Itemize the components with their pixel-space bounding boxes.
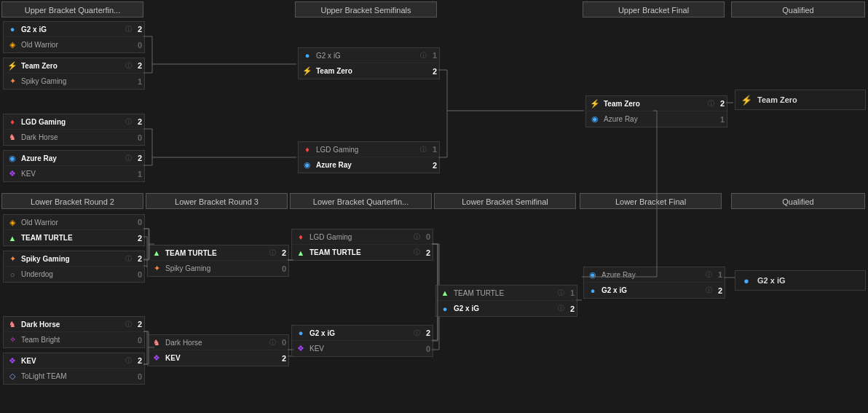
tn-ar-ubf: Azure Ray xyxy=(604,115,716,123)
lbr3-m2: ♞ Dark Horse ⓘ 0 ❖ KEV 2 xyxy=(147,334,289,366)
svg-lbsf-lbf xyxy=(576,284,582,300)
ubqf-m2: ⚡ Team Zero ⓘ 2 ✦ Spiky Gaming 1 xyxy=(3,58,145,90)
tn-spiky-lbr3m1: Spiky Gaming xyxy=(165,264,277,272)
lower-qual: ● G2 x iG xyxy=(735,270,866,291)
tn-tt-lbsf: TEAM TURTLE xyxy=(454,289,556,297)
tn-kev-lbr3m2: KEV xyxy=(165,354,277,362)
icon-dh-lbr3m2: ♞ xyxy=(150,336,163,349)
tn-spiky-lbr2m2: Spiky Gaming xyxy=(21,255,124,263)
tn-tz-ubf: Team Zero xyxy=(604,100,706,108)
header-lbr2: Lower Bracket Round 2 xyxy=(1,193,143,209)
svg-ub-to-lbf xyxy=(721,111,728,271)
tn-ar-sf2: Azure Ray xyxy=(316,161,428,169)
icon-kev-m4: ❖ xyxy=(6,168,19,181)
lbr2-m2: ✦ Spiky Gaming ⓘ 2 ○ Underdog 0 xyxy=(3,251,145,283)
tn-kev-lbqfm2: KEV xyxy=(309,345,422,353)
icon-ar-lbf: ◉ xyxy=(586,268,599,281)
icon-dh-lbr2m3: ♞ xyxy=(6,318,19,331)
icon-tz-ubf: ⚡ xyxy=(588,97,601,110)
tn-g2-lbf: G2 x iG xyxy=(601,286,704,294)
icon-tz-qual: ⚡ xyxy=(740,93,753,106)
icon-ow-lbr2m1: ◈ xyxy=(6,216,19,229)
tn-dh-lbr2m3: Dark Horse xyxy=(21,320,124,329)
icon-kev-lbr3m2: ❖ xyxy=(150,352,163,365)
icon-tt-lbsf: ▲ xyxy=(438,286,451,299)
tn-tz-m2: Team Zero xyxy=(21,62,124,70)
icon-lgd-sf2: ♦ xyxy=(301,143,314,156)
lower-qual-team: G2 x iG xyxy=(757,276,786,285)
tn-lgd-sf2: LGD Gaming xyxy=(316,146,419,154)
icon-lgd-m3: ♦ xyxy=(6,115,19,128)
icon-tt-lbr2m1: ▲ xyxy=(6,232,19,245)
tn-tt-lbr3m1: TEAM TURTLE xyxy=(165,249,268,257)
icon-g2-lbsf: ● xyxy=(438,302,451,315)
icon-ud-lbr2m2: ○ xyxy=(6,268,19,281)
tn-bright-lbr2m3: Team Bright xyxy=(21,336,133,344)
ubqf-m4: ◉ Azure Ray ⓘ 2 ❖ KEV 1 xyxy=(3,150,145,182)
tn-kev-m4: KEV xyxy=(21,170,133,178)
svg-lbf-qual xyxy=(724,277,735,278)
header-lbsf: Lower Bracket Semifinal xyxy=(434,193,576,209)
header-qual-upper2: Qualified xyxy=(731,1,865,17)
header-lbqf: Lower Bracket Quarterfin... xyxy=(290,193,432,209)
icon-kev-lbr2m4: ❖ xyxy=(6,354,19,367)
tn-lgd-lbqfm1: LGD Gaming xyxy=(309,233,412,241)
tn-ow-m1: Old Warrior xyxy=(21,41,133,49)
icon-ow-m1: ◈ xyxy=(6,39,19,52)
icon-tt-lbqfm1: ▲ xyxy=(294,246,307,259)
tn-g2-m1: G2 x iG xyxy=(21,25,124,34)
tn-spiky-m2: Spiky Gaming xyxy=(21,77,133,85)
svg-lbr2-lbr3-2 xyxy=(143,213,149,374)
lbr2-m4: ❖ KEV ⓘ 2 ◇ ToLight TEAM 0 xyxy=(3,353,145,385)
icon-spiky-lbr3m1: ✦ xyxy=(150,262,163,275)
header-qual-lower: Qualified xyxy=(731,193,865,209)
icon-g2-m1: ● xyxy=(6,23,19,36)
tn-kev-lbr2m4: KEV xyxy=(21,357,124,365)
icon-kev-lbqfm2: ❖ xyxy=(294,342,307,355)
icon-tz-m2: ⚡ xyxy=(6,59,19,72)
icon-ar-m4: ◉ xyxy=(6,152,19,165)
ubf-match2: ⚡ Team Zero ⓘ 2 ◉ Azure Ray 1 xyxy=(585,95,727,127)
header-lbf: Lower Bracket Final xyxy=(580,193,722,209)
tn-dh-m3: Dark Horse xyxy=(21,133,133,141)
icon-lgd-lbqfm1: ♦ xyxy=(294,230,307,243)
tn-g2-lbqfm2: G2 x iG xyxy=(309,329,412,337)
icon-tz-sf1: ⚡ xyxy=(301,65,314,78)
tn-tz-sf1: Team Zero xyxy=(316,67,428,75)
icon-bright-lbr2m3: ✧ xyxy=(6,334,19,347)
icon-dh-m3: ♞ xyxy=(6,131,19,144)
tn-dh-lbr3m2: Dark Horse xyxy=(165,339,268,347)
icon-spiky-m2: ✦ xyxy=(6,75,19,88)
tn-ar-lbf: Azure Ray xyxy=(601,271,704,279)
lbr3-m1: ▲ TEAM TURTLE ⓘ 2 ✦ Spiky Gaming 0 xyxy=(147,245,289,277)
svg-ubs-ubf xyxy=(438,47,584,174)
tn-ud-lbr2m2: Underdog xyxy=(21,270,133,278)
lbqf-m2: ● G2 x iG ⓘ 2 ❖ KEV 0 xyxy=(291,325,433,357)
header-ubf3: Upper Bracket Final xyxy=(583,1,725,17)
tn-lgd-m3: LGD Gaming xyxy=(21,118,124,126)
icon-ar-ubf: ◉ xyxy=(588,113,601,126)
lbsf-m1: ▲ TEAM TURTLE ⓘ 1 ● G2 x iG ⓘ 2 xyxy=(435,285,577,317)
icon-tl-lbr2m4: ◇ xyxy=(6,370,19,383)
lbqf-m1: ♦ LGD Gaming ⓘ 0 ▲ TEAM TURTLE ⓘ 2 xyxy=(291,229,433,261)
lbf-match: ◉ Azure Ray ⓘ 1 ● G2 x iG ⓘ 2 xyxy=(583,267,725,299)
icon-g2-sf1: ● xyxy=(301,49,314,62)
upper-qual-team: Team Zero xyxy=(757,95,797,104)
tn-g2-lbsf: G2 x iG xyxy=(454,304,556,312)
header-ubs2: Upper Bracket Semifinals xyxy=(295,1,437,17)
tn-tt-lbqfm1: TEAM TURTLE xyxy=(309,248,412,256)
upper-qual: ⚡ Team Zero xyxy=(735,90,866,110)
ubqf-m3: ♦ LGD Gaming ⓘ 2 ♞ Dark Horse 0 xyxy=(3,114,145,146)
icon-g2-lbf: ● xyxy=(586,284,599,297)
tn-g2-sf1: G2 x iG xyxy=(316,52,419,60)
tn-tl-lbr2m4: ToLight TEAM xyxy=(21,372,133,380)
svg-ubqf-ubs xyxy=(143,20,296,184)
ubs-m1: ● G2 x iG ⓘ 1 ⚡ Team Zero 2 xyxy=(298,47,440,79)
ubqf-m1: ● G2 x iG ⓘ 2 ◈ Old Warrior 0 xyxy=(3,21,145,53)
lbr2-m3: ♞ Dark Horse ⓘ 2 ✧ Team Bright 0 xyxy=(3,316,145,348)
ubs-m2: ♦ LGD Gaming ⓘ 1 ◉ Azure Ray 2 xyxy=(298,141,440,173)
lbr2-m1: ◈ Old Warrior 0 ▲ TEAM TURTLE 2 xyxy=(3,214,145,246)
icon-tt-lbr3m1: ▲ xyxy=(150,246,163,259)
tn-tt-lbr2m1: TEAM TURTLE xyxy=(21,234,133,242)
header-lbr3: Lower Bracket Round 3 xyxy=(146,193,288,209)
